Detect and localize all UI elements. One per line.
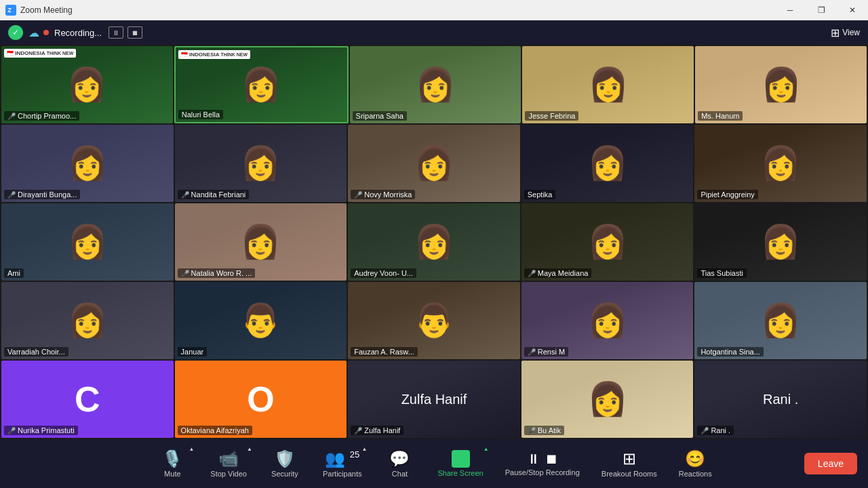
participants-button[interactable]: ▲ 👥 25 Participants <box>312 439 372 488</box>
video-cell-januar[interactable]: 👨 Januar <box>175 282 347 359</box>
video-cell-rensi[interactable]: 👩 🎤 Rensi M <box>521 282 694 359</box>
mute-label: Mute <box>164 470 180 478</box>
share-screen-label: Share Screen <box>437 469 483 477</box>
rani-name-display: Rani . <box>763 392 798 407</box>
chat-icon: 💬 <box>389 449 410 468</box>
stop-video-button[interactable]: ▲ 📹 Stop Video <box>199 439 258 488</box>
video-cell-buatik[interactable]: 👩 🎤 Bu Atik <box>521 361 694 438</box>
name-dirayanti: 🎤 Dirayanti Bunga... <box>4 190 80 199</box>
security-button[interactable]: 🛡️ Security <box>258 439 312 488</box>
participant-name-text: Dirayanti Bunga... <box>18 190 77 199</box>
video-row-5: C 🎤 Nurika Primastuti O Oktaviana Aifazr… <box>1 361 867 438</box>
maximize-button[interactable]: ❐ <box>806 0 837 20</box>
name-maya: 🎤 Maya Meidiana <box>524 268 592 278</box>
view-button[interactable]: ⊞ View <box>831 26 860 39</box>
video-cell-nandita[interactable]: 👩 🎤 Nandita Febriani <box>175 125 347 202</box>
mic-icon: 🎤 <box>354 191 362 199</box>
video-cell-oktaviana[interactable]: O Oktaviana Aifazriyah <box>175 361 347 438</box>
participant-name-text: Januar <box>181 348 204 356</box>
pause-recording-button[interactable]: ⏸ <box>108 26 123 39</box>
video-cell-hotgantina[interactable]: 👩 Hotgantina Sina... <box>694 282 867 359</box>
share-screen-button[interactable]: ▲ ⬆ Share Screen <box>427 439 494 488</box>
share-caret[interactable]: ▲ <box>484 446 489 452</box>
participant-name-text: Maya Meidiana <box>538 269 589 277</box>
indonesia-badge-naluri: 🇮🇩 INDONESIATHINK NEW <box>178 50 250 59</box>
shield-icon: ✓ <box>8 25 23 40</box>
video-cell-maya[interactable]: 👩 🎤 Maya Meidiana <box>521 203 694 281</box>
mute-button[interactable]: ▲ 🎙️ Mute <box>145 439 199 488</box>
video-cell-dirayanti[interactable]: 👩 🎤 Dirayanti Bunga... <box>1 125 174 202</box>
minimize-button[interactable]: ─ <box>774 0 806 20</box>
zulfa-name-display: Zulfa Hanif <box>401 392 467 407</box>
name-tias: Tias Subiasti <box>697 268 747 278</box>
name-hanum: Ms. Hanum <box>698 111 743 121</box>
participant-name-text: Ms. Hanum <box>701 112 739 120</box>
participants-label: Participants <box>323 470 361 478</box>
video-cell-rani[interactable]: Rani . 🎤 Rani . <box>694 361 867 438</box>
video-caret[interactable]: ▲ <box>247 446 252 452</box>
video-cell-fauzan[interactable]: 👨 Fauzan A. Rasw... <box>348 282 520 359</box>
participant-name-text: Chortip Pramoo... <box>18 112 76 120</box>
participant-name-text: Oktaviana Aifazriyah <box>181 426 249 434</box>
pause-stop-recording-button[interactable]: ⏸ ⏹ Pause/Stop Recording <box>494 439 591 488</box>
camera-icon: 📹 <box>218 449 239 468</box>
video-cell-septika[interactable]: 👩 Septika <box>521 125 694 202</box>
video-cell-audrey[interactable]: 👩 Audrey Voon- U... <box>348 203 520 281</box>
video-cell-tias[interactable]: 👩 Tias Subiasti <box>694 203 867 281</box>
zoom-icon: Z <box>5 5 16 16</box>
leave-button[interactable]: Leave <box>804 453 857 474</box>
video-cell-nurika[interactable]: C 🎤 Nurika Primastuti <box>1 361 174 438</box>
chat-button[interactable]: 💬 Chat <box>372 439 427 488</box>
title-bar: Z Zoom Meeting ─ ❐ ✕ <box>0 0 868 20</box>
recording-controls[interactable]: ⏸ ⏹ <box>108 26 142 39</box>
video-row-3: 👩 Ami 👩 🎤 Natalia Woro R. ... 👩 Audrey V… <box>1 203 867 281</box>
video-cell-pipiet[interactable]: 👩 Pipiet Anggreiny <box>694 125 867 202</box>
video-cell-natalia[interactable]: 👩 🎤 Natalia Woro R. ... <box>175 203 347 281</box>
participant-name-text: Naluri Bella <box>182 110 220 119</box>
breakout-icon: ⊞ <box>623 449 636 468</box>
name-septika: Septika <box>524 190 556 199</box>
participant-name-text: Septika <box>528 190 553 199</box>
mic-icon: 🎤 <box>7 191 16 199</box>
avatar-letter: O <box>247 379 274 420</box>
participant-name-text: Rensi M <box>538 348 565 356</box>
stop-recording-button[interactable]: ⏹ <box>127 26 142 39</box>
video-cell-varradiah[interactable]: 👩 Varradiah Choir... <box>1 282 174 359</box>
name-hotgantina: Hotgantina Sina... <box>697 347 763 357</box>
video-cell-zulfa[interactable]: Zulfa Hanif 🎤 Zulfa Hanif <box>348 361 520 438</box>
name-buatik: 🎤 Bu Atik <box>524 426 564 435</box>
participants-icon: 👥 25 <box>325 449 359 468</box>
name-nurika: 🎤 Nurika Primastuti <box>4 426 78 435</box>
name-januar: Januar <box>178 347 208 357</box>
breakout-rooms-button[interactable]: ⊞ Breakout Rooms <box>591 439 668 488</box>
avatar-letter: C <box>75 379 100 420</box>
name-fauzan: Fauzan A. Rasw... <box>351 347 418 357</box>
shield-icon-toolbar: 🛡️ <box>275 449 295 468</box>
mute-caret[interactable]: ▲ <box>189 446 194 452</box>
name-ami: Ami <box>4 268 24 278</box>
video-cell-jesse[interactable]: 👩 Jesse Febrina <box>522 46 694 123</box>
video-cell-sriparna[interactable]: 👩 Sriparna Saha <box>350 46 521 123</box>
name-varradiah: Varradiah Choir... <box>4 347 68 357</box>
video-cell-hanum[interactable]: 👩 Ms. Hanum <box>695 46 867 123</box>
name-rani: 🎤 Rani . <box>697 426 734 435</box>
recording-indicator: ☁ Recording... ⏸ ⏹ <box>28 26 142 39</box>
cloud-icon: ☁ <box>28 26 39 39</box>
name-chortip: 🎤 Chortip Pramoo... <box>4 111 79 121</box>
name-novy: 🎤 Novy Morriska <box>351 190 415 199</box>
participant-name-text: Tias Subiasti <box>701 269 743 277</box>
participants-caret[interactable]: ▲ <box>362 446 368 452</box>
video-cell-chortip[interactable]: 🇮🇩 INDONESIATHINK NEW 👩 🎤 Chortip Pramoo… <box>1 46 173 123</box>
video-grid: 🇮🇩 INDONESIATHINK NEW 👩 🎤 Chortip Pramoo… <box>0 45 868 439</box>
recording-dot <box>43 30 49 35</box>
video-cell-naluri[interactable]: 🇮🇩 INDONESIATHINK NEW 👩 Naluri Bella <box>174 46 349 123</box>
window-controls: ─ ❐ ✕ <box>774 0 868 20</box>
video-cell-novy[interactable]: 👩 🎤 Novy Morriska <box>348 125 520 202</box>
name-natalia: 🎤 Natalia Woro R. ... <box>178 268 256 278</box>
reactions-icon: 😊 <box>685 449 705 468</box>
video-row-1: 🇮🇩 INDONESIATHINK NEW 👩 🎤 Chortip Pramoo… <box>1 46 867 123</box>
video-cell-ami[interactable]: 👩 Ami <box>1 203 174 281</box>
mic-icon: 🎤 <box>354 427 362 434</box>
reactions-button[interactable]: 😊 Reactions <box>668 439 723 488</box>
close-button[interactable]: ✕ <box>837 0 868 20</box>
